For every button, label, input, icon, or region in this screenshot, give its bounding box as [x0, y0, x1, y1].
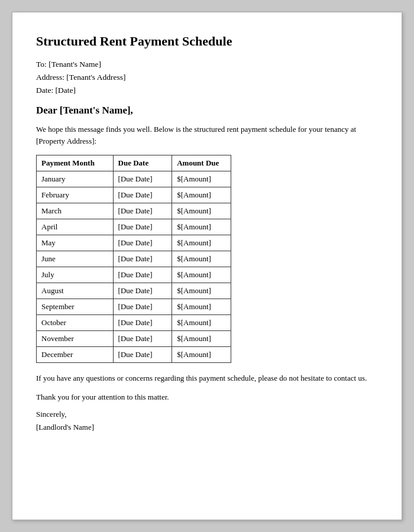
cell-due-date: [Due Date] — [113, 267, 172, 283]
cell-month: June — [37, 251, 114, 267]
cell-month: October — [37, 315, 114, 331]
col-header-amt: Amount Due — [172, 155, 231, 171]
cell-amount: $[Amount] — [172, 219, 231, 235]
table-row: July[Due Date]$[Amount] — [37, 267, 231, 283]
table-row: March[Due Date]$[Amount] — [37, 203, 231, 219]
cell-amount: $[Amount] — [172, 347, 231, 363]
table-row: August[Due Date]$[Amount] — [37, 283, 231, 299]
cell-due-date: [Due Date] — [113, 203, 172, 219]
cell-due-date: [Due Date] — [113, 315, 172, 331]
cell-month: July — [37, 267, 114, 283]
cell-month: March — [37, 203, 114, 219]
intro-text: We hope this message finds you well. Bel… — [36, 124, 378, 147]
table-row: November[Due Date]$[Amount] — [37, 331, 231, 347]
salutation: Dear [Tenant's Name], — [36, 105, 378, 116]
cell-amount: $[Amount] — [172, 331, 231, 347]
address-line: Address: [Tenant's Address] — [36, 73, 378, 82]
cell-due-date: [Due Date] — [113, 171, 172, 187]
cell-due-date: [Due Date] — [113, 219, 172, 235]
payment-schedule-table: Payment Month Due Date Amount Due Januar… — [36, 155, 231, 363]
cell-amount: $[Amount] — [172, 283, 231, 299]
col-header-month: Payment Month — [37, 155, 114, 171]
cell-amount: $[Amount] — [172, 299, 231, 315]
cell-month: January — [37, 171, 114, 187]
cell-due-date: [Due Date] — [113, 235, 172, 251]
cell-due-date: [Due Date] — [113, 283, 172, 299]
cell-due-date: [Due Date] — [113, 187, 172, 203]
table-row: February[Due Date]$[Amount] — [37, 187, 231, 203]
table-row: April[Due Date]$[Amount] — [37, 219, 231, 235]
document-page: Structured Rent Payment Schedule To: [Te… — [12, 12, 402, 520]
document-title: Structured Rent Payment Schedule — [36, 34, 378, 49]
cell-month: August — [37, 283, 114, 299]
cell-month: November — [37, 331, 114, 347]
table-row: May[Due Date]$[Amount] — [37, 235, 231, 251]
date-line: Date: [Date] — [36, 86, 378, 95]
table-row: October[Due Date]$[Amount] — [37, 315, 231, 331]
cell-month: September — [37, 299, 114, 315]
cell-due-date: [Due Date] — [113, 251, 172, 267]
cell-due-date: [Due Date] — [113, 347, 172, 363]
col-header-due: Due Date — [113, 155, 172, 171]
cell-due-date: [Due Date] — [113, 331, 172, 347]
cell-amount: $[Amount] — [172, 251, 231, 267]
cell-amount: $[Amount] — [172, 315, 231, 331]
closing-text: Sincerely, — [36, 410, 378, 419]
table-row: December[Due Date]$[Amount] — [37, 347, 231, 363]
to-line: To: [Tenant's Name] — [36, 60, 378, 69]
signature-text: [Landlord's Name] — [36, 423, 378, 432]
cell-month: February — [37, 187, 114, 203]
cell-month: May — [37, 235, 114, 251]
cell-month: April — [37, 219, 114, 235]
cell-month: December — [37, 347, 114, 363]
table-row: September[Due Date]$[Amount] — [37, 299, 231, 315]
cell-amount: $[Amount] — [172, 187, 231, 203]
cell-amount: $[Amount] — [172, 171, 231, 187]
cell-amount: $[Amount] — [172, 203, 231, 219]
thank-you-text: Thank you for your attention to this mat… — [36, 391, 378, 403]
cell-amount: $[Amount] — [172, 235, 231, 251]
cell-due-date: [Due Date] — [113, 299, 172, 315]
footer-text: If you have any questions or concerns re… — [36, 372, 378, 384]
table-row: January[Due Date]$[Amount] — [37, 171, 231, 187]
cell-amount: $[Amount] — [172, 267, 231, 283]
table-row: June[Due Date]$[Amount] — [37, 251, 231, 267]
